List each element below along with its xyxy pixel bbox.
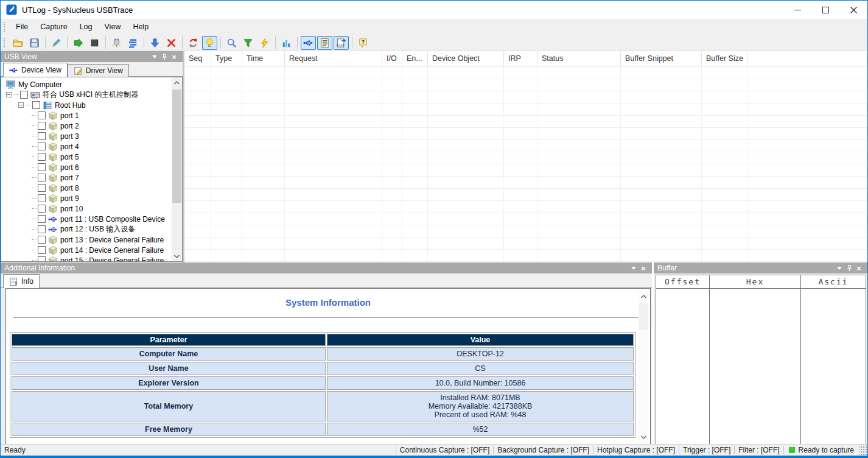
- menu-grip[interactable]: [4, 22, 7, 32]
- column-header-i-o[interactable]: I/O: [382, 51, 402, 66]
- tree-item-port-6[interactable]: port 6: [1, 162, 182, 172]
- tree-item-port-2[interactable]: port 2: [1, 121, 182, 131]
- tree-item-port-11-usb-composite-device[interactable]: port 11 : USB Composite Device: [1, 214, 182, 224]
- tree-checkbox[interactable]: [38, 184, 46, 192]
- help-button[interactable]: ?: [355, 36, 371, 50]
- column-header-buffer-size[interactable]: Buffer Size: [702, 51, 747, 66]
- toolbar-grip[interactable]: [4, 38, 7, 48]
- scroll-down-icon[interactable]: [639, 432, 649, 442]
- tree-item-port-8[interactable]: port 8: [1, 183, 182, 193]
- info-scroll-thumb[interactable]: [639, 303, 648, 330]
- column-header-seq[interactable]: Seq: [184, 51, 211, 66]
- tree-item-port-14-device-general-failure[interactable]: port 14 : Device General Failure: [1, 245, 182, 255]
- tree-checkbox[interactable]: [38, 225, 46, 233]
- scroll-down-icon[interactable]: [172, 251, 182, 261]
- menu-item-help[interactable]: Help: [127, 19, 155, 35]
- tree-item-port-15-device-general-failure[interactable]: port 15 : Device General Failure: [1, 255, 182, 262]
- tree-checkbox[interactable]: [38, 174, 46, 181]
- hotplug-capture-button[interactable]: [109, 36, 124, 50]
- tree-checkbox[interactable]: [38, 143, 46, 150]
- capture-grid-body[interactable]: [184, 67, 867, 262]
- collapse-icon[interactable]: [18, 102, 24, 108]
- search-button[interactable]: [224, 36, 239, 50]
- usb-view-toggle-button[interactable]: [301, 36, 316, 50]
- scroll-up-icon[interactable]: [639, 291, 649, 301]
- resize-grip[interactable]: [859, 445, 867, 456]
- tree-checkbox[interactable]: [20, 91, 28, 99]
- tree-checkbox[interactable]: [38, 111, 46, 119]
- scroll-up-icon[interactable]: [172, 77, 182, 88]
- column-header-status[interactable]: Status: [537, 51, 621, 66]
- tab-driver-view[interactable]: Driver View: [68, 64, 129, 77]
- tab-device-view[interactable]: Device View: [3, 63, 68, 77]
- minimize-button[interactable]: [783, 1, 811, 19]
- tree-scrollbar[interactable]: [172, 77, 182, 261]
- download-log-button[interactable]: [147, 36, 163, 50]
- log-options-button[interactable]: [125, 36, 141, 50]
- close-button[interactable]: [839, 1, 867, 19]
- refresh-button[interactable]: [186, 36, 201, 50]
- tree-item-port-12-usb[interactable]: port 12 : USB 输入设备: [1, 224, 182, 234]
- cube-icon: [48, 204, 58, 214]
- trigger-button[interactable]: [257, 36, 272, 50]
- tree-item-port-5[interactable]: port 5: [1, 152, 182, 162]
- tree-item-port-3[interactable]: port 3: [1, 131, 182, 141]
- tree-item-port-7[interactable]: port 7: [1, 172, 182, 183]
- usb-view-pin-button[interactable]: [159, 52, 169, 61]
- edit-button[interactable]: [49, 36, 64, 50]
- column-header-irp[interactable]: IRP: [504, 51, 537, 66]
- tree-checkbox[interactable]: [38, 122, 46, 130]
- info-view-toggle-button[interactable]: [317, 36, 332, 50]
- tree-checkbox[interactable]: [38, 205, 46, 213]
- highlight-button[interactable]: [202, 36, 217, 50]
- tree-item-port-4[interactable]: port 4: [1, 141, 182, 152]
- tree-item-my-computer[interactable]: My Computer: [1, 79, 182, 90]
- menu-item-view[interactable]: View: [99, 19, 127, 35]
- tree-item-port-13-device-general-failure[interactable]: port 13 : Device General Failure: [1, 234, 182, 245]
- info-scrollbar[interactable]: [639, 291, 649, 442]
- column-header-time[interactable]: Time: [242, 51, 285, 66]
- tree-checkbox[interactable]: [38, 163, 46, 171]
- column-header-type[interactable]: Type: [211, 51, 242, 66]
- tree-checkbox[interactable]: [38, 236, 46, 244]
- tree-checkbox[interactable]: [38, 153, 46, 161]
- tree-item-root-hub[interactable]: Root Hub: [1, 100, 182, 110]
- column-header-en[interactable]: En...: [402, 51, 428, 66]
- additional-info-menu-button[interactable]: [629, 264, 639, 272]
- tree-checkbox[interactable]: [38, 215, 46, 223]
- usb-view-close-button[interactable]: ×: [169, 52, 179, 61]
- tree-checkbox[interactable]: [38, 194, 46, 202]
- delete-log-button[interactable]: [164, 36, 179, 50]
- column-header-device-object[interactable]: Device Object: [428, 51, 504, 66]
- buffer-menu-button[interactable]: [835, 264, 844, 272]
- usb-view-menu-button[interactable]: [150, 52, 159, 61]
- column-header-request[interactable]: Request: [285, 51, 382, 66]
- tree-checkbox[interactable]: [38, 132, 46, 140]
- additional-info-close-button[interactable]: ×: [639, 264, 648, 272]
- statistics-button[interactable]: [279, 36, 294, 50]
- stop-capture-button[interactable]: [87, 36, 102, 50]
- filter-button[interactable]: [240, 36, 256, 50]
- menu-item-log[interactable]: Log: [74, 19, 99, 35]
- start-capture-button[interactable]: [71, 36, 86, 50]
- tree-item-port-9[interactable]: port 9: [1, 193, 182, 203]
- tree-scroll-thumb[interactable]: [172, 90, 181, 203]
- cube-icon: [48, 194, 58, 203]
- menu-item-capture[interactable]: Capture: [34, 19, 73, 35]
- column-header-buffer-snippet[interactable]: Buffer Snippet: [621, 51, 702, 66]
- save-button[interactable]: [27, 36, 42, 50]
- tree-item-port-1[interactable]: port 1: [1, 110, 182, 121]
- tree-item-usb-xhci[interactable]: 符合 USB xHCI 的主机控制器: [1, 90, 182, 100]
- menu-item-file[interactable]: File: [10, 19, 34, 35]
- buffer-pin-button[interactable]: [844, 264, 854, 272]
- tree-checkbox[interactable]: [38, 246, 46, 254]
- tab-info[interactable]: Info: [3, 274, 40, 288]
- tree-item-port-10[interactable]: port 10: [1, 203, 182, 214]
- buffer-close-button[interactable]: ×: [854, 264, 864, 272]
- tree-checkbox[interactable]: [32, 101, 40, 109]
- collapse-icon[interactable]: [6, 92, 12, 97]
- open-file-button[interactable]: [10, 36, 26, 50]
- tree-checkbox[interactable]: [38, 256, 46, 262]
- buffer-view-toggle-button[interactable]: 0101: [334, 36, 349, 50]
- maximize-button[interactable]: [811, 1, 839, 19]
